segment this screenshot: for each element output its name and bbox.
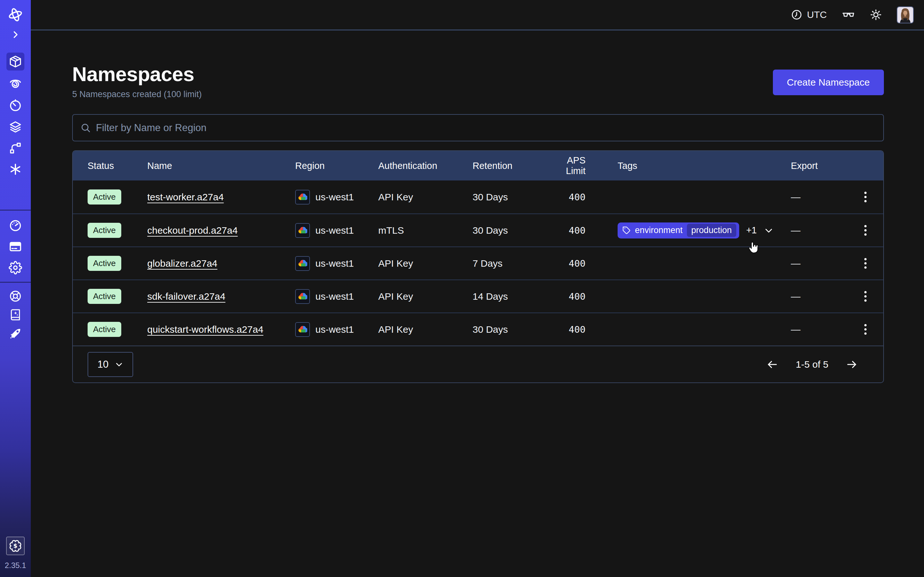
aps-limit-value: 400 <box>546 291 618 302</box>
gcp-cloud-icon <box>295 256 310 271</box>
gcp-cloud-icon <box>295 223 310 238</box>
plan-credits-button[interactable]: $ <box>6 537 25 555</box>
next-page-button[interactable] <box>845 357 859 372</box>
sidebar-item-workflows[interactable] <box>6 139 24 157</box>
retention-value: 7 Days <box>473 258 546 269</box>
sidebar-item-billing[interactable] <box>6 237 24 255</box>
whats-new-glasses-icon[interactable] <box>842 8 855 21</box>
namespaces-table: Status Name Region Authentication Retent… <box>72 150 884 383</box>
table-footer: 10 1-5 of 5 <box>73 346 883 382</box>
table-header-row: Status Name Region Authentication Retent… <box>73 151 883 181</box>
namespace-link[interactable]: sdk-failover.a27a4 <box>147 291 226 302</box>
export-value: — <box>791 291 848 302</box>
region-label: us-west1 <box>315 225 354 236</box>
export-value: — <box>791 225 848 236</box>
namespace-link[interactable]: test-worker.a27a4 <box>147 192 224 203</box>
col-header-name: Name <box>147 161 295 171</box>
aps-limit-value: 400 <box>546 258 618 269</box>
user-avatar[interactable] <box>897 6 914 23</box>
svg-text:$: $ <box>13 543 18 550</box>
auth-value: API Key <box>378 324 473 335</box>
app-version: 2.35.1 <box>5 561 26 570</box>
filter-bar <box>72 114 884 141</box>
table-row: Active test-worker.a27a4 us-west1 API Ke… <box>73 181 883 213</box>
retention-value: 14 Days <box>473 291 546 302</box>
col-header-status: Status <box>87 161 147 171</box>
retention-value: 30 Days <box>473 324 546 335</box>
export-value: — <box>791 258 848 269</box>
export-value: — <box>791 192 848 203</box>
col-header-retention: Retention <box>473 161 546 171</box>
col-header-aps-limit: APS Limit <box>546 155 618 176</box>
region-label: us-west1 <box>315 324 354 335</box>
row-actions-kebab[interactable] <box>862 255 869 271</box>
row-actions-kebab[interactable] <box>862 189 869 205</box>
col-header-region: Region <box>295 161 378 171</box>
table-row: Active quickstart-workflows.a27a4 us-wes… <box>73 313 883 346</box>
sidebar-item-deployments[interactable] <box>6 118 24 136</box>
row-actions-kebab[interactable] <box>862 322 869 337</box>
status-badge: Active <box>87 223 121 238</box>
pagination-range: 1-5 of 5 <box>796 359 829 370</box>
gcp-cloud-icon <box>295 289 310 304</box>
gcp-cloud-icon <box>295 190 310 205</box>
previous-page-button[interactable] <box>765 357 780 372</box>
auth-value: mTLS <box>378 225 473 236</box>
auth-value: API Key <box>378 192 473 203</box>
status-badge: Active <box>87 256 121 271</box>
tag-key: environment <box>635 226 683 235</box>
sidebar-item-namespaces[interactable] <box>6 53 24 71</box>
status-badge: Active <box>87 189 121 205</box>
timezone-label: UTC <box>807 9 827 20</box>
theme-toggle-sun-icon[interactable] <box>870 9 882 21</box>
row-actions-kebab[interactable] <box>862 222 869 238</box>
sidebar-item-settings[interactable] <box>6 259 24 277</box>
page-subtitle: 5 Namespaces created (100 limit) <box>72 89 202 99</box>
sidebar-divider <box>0 282 31 283</box>
page-size-value: 10 <box>97 359 108 370</box>
main-content: Namespaces 5 Namespaces created (100 lim… <box>72 31 884 383</box>
tags-more-count: +1 <box>746 225 757 235</box>
sidebar-item-usage[interactable] <box>6 216 24 234</box>
status-badge: Active <box>87 289 121 304</box>
sidebar-item-insights[interactable] <box>6 74 24 92</box>
export-value: — <box>791 324 848 335</box>
namespace-link[interactable]: globalizer.a27a4 <box>147 258 218 269</box>
col-header-export: Export <box>791 161 848 171</box>
table-row: Active checkout-prod.a27a4 us-west1 mTLS… <box>73 213 883 247</box>
sidebar-item-docs[interactable] <box>6 306 24 324</box>
tags-expand-chevron-icon[interactable] <box>764 226 774 235</box>
temporal-logo-icon[interactable] <box>6 6 24 24</box>
page-title: Namespaces <box>72 63 202 85</box>
table-row: Active sdk-failover.a27a4 us-west1 API K… <box>73 279 883 313</box>
create-namespace-button[interactable]: Create Namespace <box>773 69 884 95</box>
filter-input[interactable] <box>96 122 876 134</box>
retention-value: 30 Days <box>473 225 546 236</box>
sidebar-expand-chevron-icon[interactable] <box>6 26 24 44</box>
aps-limit-value: 400 <box>546 192 618 203</box>
table-row: Active globalizer.a27a4 us-west1 API Key… <box>73 247 883 279</box>
auth-value: API Key <box>378 258 473 269</box>
tag-icon <box>622 226 631 235</box>
namespace-link[interactable]: checkout-prod.a27a4 <box>147 225 238 236</box>
sidebar-item-schedules[interactable] <box>6 96 24 114</box>
namespace-link[interactable]: quickstart-workflows.a27a4 <box>147 324 263 335</box>
status-badge: Active <box>87 322 121 337</box>
aps-limit-value: 400 <box>546 324 618 335</box>
sidebar-item-getting-started[interactable] <box>6 324 24 342</box>
search-icon <box>81 123 91 133</box>
page-size-select[interactable]: 10 <box>87 352 133 377</box>
clock-icon <box>791 9 803 21</box>
row-actions-kebab[interactable] <box>862 288 869 304</box>
aps-limit-value: 400 <box>546 225 618 236</box>
region-label: us-west1 <box>315 258 354 269</box>
topbar: UTC <box>31 0 924 31</box>
region-label: us-west1 <box>315 291 354 302</box>
tag-pill[interactable]: environment production <box>618 222 739 239</box>
sidebar-item-support[interactable] <box>6 287 24 305</box>
col-header-tags: Tags <box>618 161 791 171</box>
sidebar-item-nexus[interactable] <box>6 160 24 178</box>
retention-value: 30 Days <box>473 192 546 203</box>
gcp-cloud-icon <box>295 322 310 337</box>
timezone-selector[interactable]: UTC <box>791 9 827 21</box>
